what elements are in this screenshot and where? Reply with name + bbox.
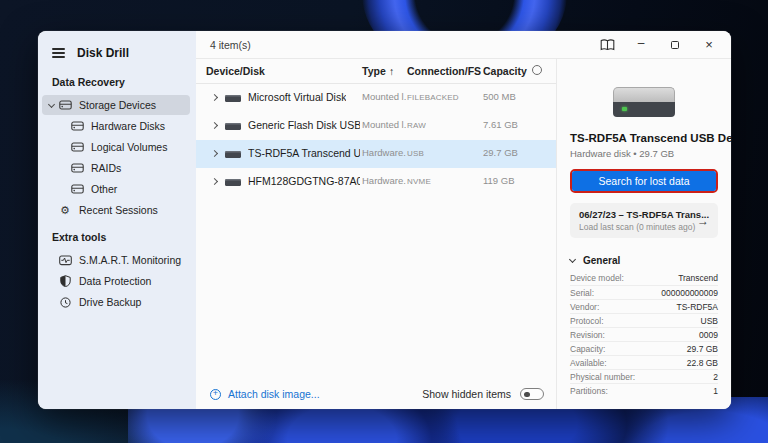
topbar: 4 item(s) – ×	[196, 31, 731, 59]
device-capacity: 29.7 GB	[483, 147, 518, 158]
plus-circle-icon: +	[210, 389, 221, 400]
drive-front	[613, 102, 675, 117]
general-label: General	[583, 255, 620, 266]
detail-property-row: Device model: Transcend	[570, 271, 718, 285]
sidebar-item-label: RAIDs	[91, 162, 121, 174]
property-key: Available:	[570, 358, 607, 368]
search-for-lost-data-button[interactable]: Search for lost data	[572, 171, 716, 191]
property-value: TS-RDF5A	[676, 302, 718, 312]
table-row[interactable]: Generic Flash Disk USB De... Mounted l..…	[196, 112, 556, 140]
drive-lid	[613, 87, 675, 102]
device-name: Generic Flash Disk USB De...	[248, 119, 360, 131]
property-value: USB	[701, 316, 718, 326]
maximize-button[interactable]	[665, 35, 685, 55]
main-area: 4 item(s) – × Device/Disk Type ↑	[196, 31, 731, 409]
device-table: Device/Disk Type ↑ Connection/FS Capacit…	[196, 59, 557, 409]
close-button[interactable]: ×	[699, 35, 719, 55]
arrow-right-icon: →	[691, 214, 709, 228]
detail-property-row: Capacity: 29.7 GB	[570, 341, 718, 355]
general-section-header[interactable]: General	[570, 255, 718, 266]
detail-property-row: Serial: 000000000009	[570, 285, 718, 299]
detail-property-row: Revision: 0009	[570, 327, 718, 341]
sidebar-section-label: Extra tools	[38, 231, 196, 243]
sidebar-item-label: Drive Backup	[79, 296, 141, 308]
property-key: Revision:	[570, 330, 605, 340]
attach-disk-image-link[interactable]: + Attach disk image...	[210, 388, 320, 400]
show-hidden-items-label: Show hidden items	[422, 388, 511, 400]
recent-session-card[interactable]: 06/27/23 – TS-RDF5A Trans... Load last s…	[570, 203, 718, 238]
sidebar-item-data-protection[interactable]: Data Protection	[42, 271, 190, 291]
property-key: Protocol:	[570, 316, 604, 326]
detail-property-row: Partitions: 1	[570, 383, 718, 397]
app-title: Disk Drill	[77, 46, 129, 60]
column-type[interactable]: Type	[362, 65, 386, 77]
device-capacity: 500 MB	[483, 91, 516, 102]
device-name: Microsoft Virtual Disk	[248, 91, 346, 103]
table-row[interactable]: TS-RDF5A Transcend USB... Hardware... US…	[196, 140, 556, 168]
column-capacity[interactable]: Capacity	[483, 65, 527, 77]
device-capacity: 7.61 GB	[483, 119, 518, 130]
sidebar-item-label: Other	[91, 183, 117, 195]
drive-icon	[70, 142, 84, 152]
property-value: 000000000009	[661, 288, 718, 298]
device-connection-fs: FILEBACKED	[407, 93, 459, 102]
drive-icon	[58, 100, 72, 110]
annotation-highlight-box: Search for lost data	[570, 169, 718, 193]
detail-property-row: Available: 22.8 GB	[570, 355, 718, 369]
property-value: Transcend	[678, 273, 718, 283]
chevron-right-icon	[211, 122, 218, 129]
sidebar: Disk Drill Data RecoveryStorage DevicesH…	[38, 31, 196, 409]
sidebar-item-label: Storage Devices	[79, 99, 156, 111]
refresh-icon[interactable]	[532, 65, 542, 75]
sidebar-item-raids[interactable]: RAIDs	[42, 158, 190, 178]
table-body: Microsoft Virtual Disk Mounted l... FILE…	[196, 84, 556, 379]
sidebar-item-label: Recent Sessions	[79, 204, 158, 216]
desktop-wallpaper: Disk Drill Data RecoveryStorage DevicesH…	[0, 0, 768, 443]
knowledge-base-book-icon[interactable]	[597, 35, 617, 55]
hamburger-menu-icon[interactable]	[52, 48, 65, 57]
sidebar-item-s-m-a-r-t-monitoring[interactable]: S.M.A.R.T. Monitoring	[42, 250, 190, 270]
sidebar-item-label: S.M.A.R.T. Monitoring	[79, 254, 181, 266]
sidebar-item-other[interactable]: Other	[42, 179, 190, 199]
disk-drill-window: Disk Drill Data RecoveryStorage DevicesH…	[38, 31, 731, 409]
table-row[interactable]: HFM128GDGTNG-87A0A Hardware... NVME 119 …	[196, 168, 556, 196]
chevron-right-icon	[211, 178, 218, 185]
property-key: Partitions:	[570, 386, 608, 396]
property-key: Capacity:	[570, 344, 605, 354]
chevron-down-icon	[48, 101, 55, 108]
device-connection-fs: USB	[407, 149, 424, 158]
column-device-disk[interactable]: Device/Disk	[206, 65, 265, 77]
detail-property-row: Vendor: TS-RDF5A	[570, 299, 718, 313]
sidebar-item-drive-backup[interactable]: Drive Backup	[42, 292, 190, 312]
sidebar-section-label: Data Recovery	[38, 76, 196, 88]
device-connection-fs: NVME	[407, 177, 431, 186]
column-connection-fs[interactable]: Connection/FS	[407, 65, 481, 77]
sidebar-item-label: Logical Volumes	[91, 141, 167, 153]
shield-icon	[58, 275, 72, 287]
device-name: TS-RDF5A Transcend USB...	[248, 147, 360, 159]
table-row[interactable]: Microsoft Virtual Disk Mounted l... FILE…	[196, 84, 556, 112]
device-type: Hardware...	[362, 175, 406, 186]
property-key: Vendor:	[570, 302, 599, 312]
property-key: Device model:	[570, 273, 624, 283]
sort-ascending-icon[interactable]: ↑	[389, 65, 394, 77]
drive-icon	[70, 184, 84, 194]
drive-icon	[225, 95, 241, 102]
window-controls: – ×	[597, 35, 719, 55]
session-subtitle: Load last scan (0 minutes ago)	[579, 222, 691, 232]
smart-icon	[58, 255, 72, 266]
device-type: Hardware...	[362, 147, 406, 158]
property-value: 29.7 GB	[687, 344, 718, 354]
detail-property-row: Protocol: USB	[570, 313, 718, 327]
property-value: 2	[713, 372, 718, 382]
sidebar-item-storage-devices[interactable]: Storage Devices	[42, 95, 190, 115]
show-hidden-items-toggle[interactable]	[520, 388, 544, 400]
property-value: 0009	[699, 330, 718, 340]
sidebar-item-logical-volumes[interactable]: Logical Volumes	[42, 137, 190, 157]
sidebar-item-recent-sessions[interactable]: ⚙Recent Sessions	[42, 200, 190, 220]
property-key: Serial:	[570, 288, 594, 298]
sidebar-header: Disk Drill	[38, 41, 196, 65]
minimize-button[interactable]: –	[631, 35, 651, 55]
sidebar-item-hardware-disks[interactable]: Hardware Disks	[42, 116, 190, 136]
items-count: 4 item(s)	[210, 39, 251, 51]
